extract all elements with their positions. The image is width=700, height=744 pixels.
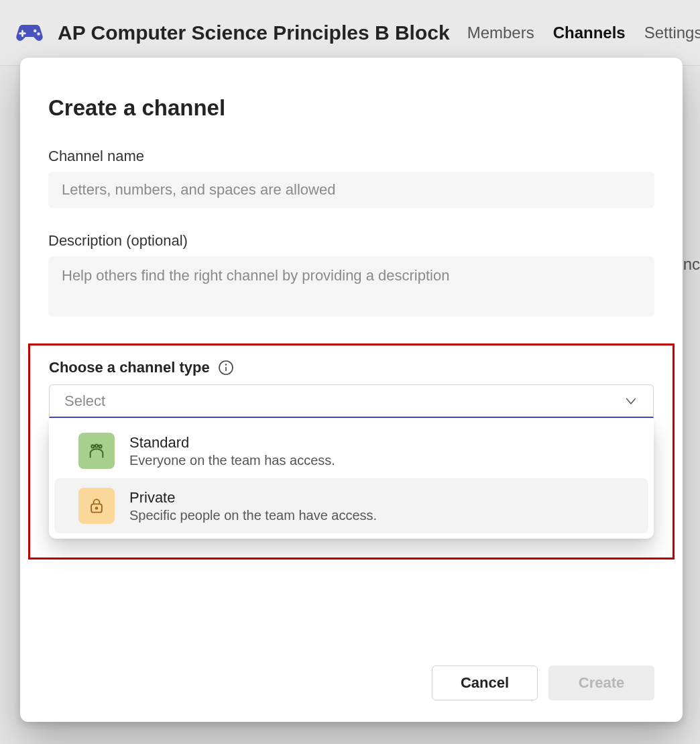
create-button: Create [548,666,654,700]
team-title: AP Computer Science Principles B Block [58,21,450,44]
channel-description-input[interactable] [48,256,654,317]
channel-type-section-highlight: Choose a channel type Select [28,343,675,560]
dialog-footer: Cancel Create [48,652,654,700]
svg-point-9 [99,445,102,447]
svg-point-1 [37,32,40,36]
tab-settings[interactable]: Settings [644,23,700,42]
channel-type-label: Choose a channel type [49,359,210,376]
info-icon[interactable] [218,360,234,376]
tab-members[interactable]: Members [467,23,534,42]
cancel-button[interactable]: Cancel [432,666,538,700]
page-header: AP Computer Science Principles B Block M… [0,0,700,66]
chevron-down-icon [624,394,638,409]
channel-type-select[interactable]: Select [49,384,654,418]
gamepad-icon [13,17,46,49]
tab-channels[interactable]: Channels [553,23,626,42]
people-icon [78,433,115,469]
channel-type-option-private[interactable]: Private Specific people on the team have… [54,478,648,533]
channel-description-label: Description (optional) [48,232,654,250]
channel-name-field: Channel name [48,148,654,208]
channel-name-label: Channel name [48,148,654,165]
svg-point-11 [96,507,98,509]
channel-type-dropdown: Standard Everyone on the team has access… [49,418,654,539]
create-channel-dialog: Create a channel Channel name Descriptio… [20,58,683,722]
svg-rect-3 [19,32,26,34]
svg-point-7 [91,445,94,447]
svg-point-6 [225,364,226,365]
svg-point-8 [95,444,98,447]
option-standard-desc: Everyone on the team has access. [129,453,335,468]
channel-name-input[interactable] [48,172,654,208]
channel-type-select-placeholder: Select [64,392,105,410]
channel-description-field: Description (optional) [48,232,654,319]
channel-type-option-standard[interactable]: Standard Everyone on the team has access… [54,423,648,478]
dialog-title: Create a channel [48,95,654,121]
option-private-title: Private [129,489,377,507]
option-private-desc: Specific people on the team have access. [129,508,377,523]
option-standard-title: Standard [129,434,335,451]
svg-point-0 [34,29,37,32]
lock-icon [78,488,115,524]
